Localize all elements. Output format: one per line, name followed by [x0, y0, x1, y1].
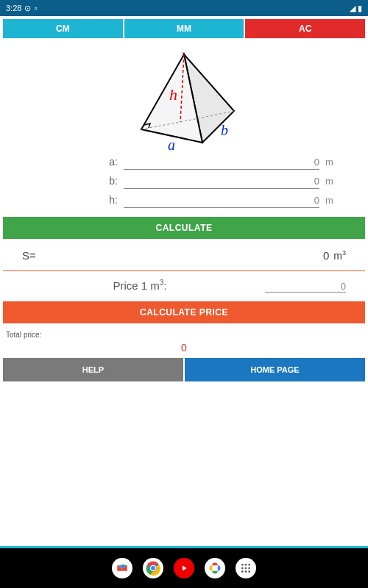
svg-point-15	[245, 570, 247, 573]
home-button[interactable]: HOME PAGE	[185, 358, 365, 381]
system-nav-bar	[0, 548, 368, 588]
svg-point-9	[245, 564, 247, 566]
total-price-value: 0	[0, 339, 368, 358]
calculate-button[interactable]: CALCULATE	[3, 217, 365, 239]
tab-ac[interactable]: AC	[245, 19, 365, 38]
svg-point-13	[248, 567, 250, 570]
pyramid-diagram: h a b	[0, 41, 368, 155]
price-row: Price 1 m3:	[0, 274, 368, 297]
svg-point-11	[241, 567, 244, 570]
tab-cm[interactable]: CM	[3, 19, 123, 38]
unit-a: m	[325, 157, 339, 168]
signal-icon: ◢	[350, 4, 355, 13]
total-price-label: Total price:	[0, 328, 368, 339]
status-time: 3:28	[6, 4, 21, 12]
price-label: Price 1 m3:	[22, 279, 258, 292]
youtube-icon[interactable]	[174, 558, 194, 578]
result-unit: m3	[333, 249, 346, 262]
gmail-icon[interactable]	[112, 558, 132, 578]
help-button[interactable]: HELP	[3, 358, 183, 381]
input-b[interactable]	[124, 174, 319, 189]
photos-icon[interactable]	[205, 558, 225, 578]
diagram-label-b: b	[221, 122, 228, 138]
svg-point-12	[245, 567, 247, 570]
tab-mm[interactable]: MM	[124, 19, 244, 38]
status-bar: 3:28 ⊙ ▫ ◢ ▮	[0, 0, 368, 16]
unit-b: m	[325, 176, 339, 187]
input-a[interactable]	[124, 155, 319, 170]
battery-icon: ▮	[358, 4, 362, 13]
calculate-price-button[interactable]: CALCULATE PRICE	[3, 301, 365, 323]
diagram-label-h: h	[169, 85, 177, 104]
status-doc-icon: ▫	[34, 4, 37, 12]
result-label: S=	[22, 249, 88, 262]
svg-point-8	[241, 564, 244, 566]
footer-accent	[0, 546, 368, 548]
divider	[3, 270, 365, 271]
diagram-label-a: a	[168, 137, 175, 151]
status-clock-icon: ⊙	[24, 4, 31, 13]
input-h[interactable]	[124, 193, 319, 208]
label-b: b:	[103, 175, 118, 187]
svg-point-14	[241, 570, 244, 573]
result-row: S= 0 m3	[0, 243, 368, 268]
unit-h: m	[325, 195, 339, 206]
label-h: h:	[103, 194, 118, 206]
price-input[interactable]	[265, 281, 346, 293]
label-a: a:	[103, 156, 118, 168]
svg-point-7	[151, 566, 155, 570]
chrome-icon[interactable]	[143, 558, 163, 578]
result-value: 0	[88, 249, 333, 262]
svg-point-10	[248, 564, 250, 566]
dimension-inputs: a: m b: m h: m	[0, 155, 368, 212]
svg-point-16	[248, 570, 250, 573]
unit-tabs: CM MM AC	[0, 16, 368, 41]
apps-icon[interactable]	[236, 558, 256, 578]
